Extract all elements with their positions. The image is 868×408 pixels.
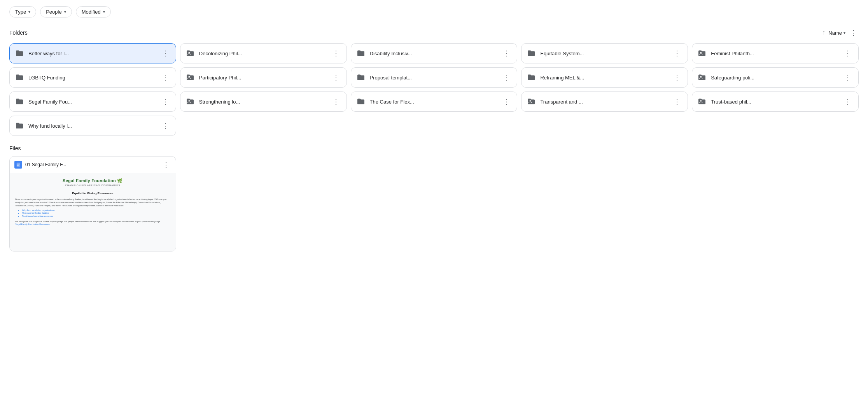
folder-icon: [15, 121, 24, 130]
folder-item-left: Participatory Phil...: [186, 73, 241, 82]
svg-point-6: [700, 100, 702, 102]
people-chevron-icon: ▾: [64, 10, 66, 14]
folder-item[interactable]: Trust-based phil...⋮: [692, 91, 859, 112]
file-more-options-btn[interactable]: ⋮: [161, 160, 171, 170]
sort-arrow-icon[interactable]: ↑: [822, 29, 825, 36]
folder-more-options-btn[interactable]: ⋮: [843, 97, 853, 107]
folder-name: Why fund locally l...: [28, 123, 72, 129]
folder-more-options-btn[interactable]: ⋮: [160, 48, 170, 58]
files-section: Files 01 Segal Family F...⋮ Segal Family…: [9, 145, 859, 251]
folder-more-options-btn[interactable]: ⋮: [160, 121, 170, 131]
folder-more-options-btn[interactable]: ⋮: [843, 48, 853, 58]
folder-more-options-btn[interactable]: ⋮: [160, 97, 170, 107]
preview-logo: Segal Family Foundation 🌿 CHAMPIONING AF…: [15, 178, 170, 187]
folder-name: Participatory Phil...: [199, 75, 241, 81]
file-preview: Segal Family Foundation 🌿 CHAMPIONING AF…: [10, 173, 176, 251]
folder-item-left: Better ways for l...: [15, 49, 69, 58]
folder-item[interactable]: The Case for Flex...⋮: [351, 91, 518, 112]
svg-rect-8: [17, 164, 20, 164]
folder-item[interactable]: Strengthening lo...⋮: [180, 91, 347, 112]
folders-more-options-btn[interactable]: ⋮: [849, 27, 859, 39]
folder-more-options-btn[interactable]: ⋮: [501, 72, 511, 83]
sort-name-chevron-icon: ▾: [844, 31, 845, 35]
folder-more-options-btn[interactable]: ⋮: [672, 97, 682, 107]
folder-item[interactable]: Decolonizing Phil...⋮: [180, 43, 347, 63]
folder-icon: [357, 49, 365, 58]
modified-chevron-icon: ▾: [103, 10, 105, 14]
people-filter[interactable]: People ▾: [40, 6, 72, 18]
folder-item[interactable]: Better ways for l...⋮: [9, 43, 176, 63]
preview-body: Does someone in your organization need t…: [15, 198, 170, 208]
folder-item-left: The Case for Flex...: [357, 97, 414, 106]
filter-bar: Type ▾ People ▾ Modified ▾: [9, 6, 859, 18]
type-filter[interactable]: Type ▾: [9, 6, 36, 18]
folder-item[interactable]: LGBTQ Funding⋮: [9, 67, 176, 88]
folder-icon: [15, 97, 24, 106]
folder-more-options-btn[interactable]: ⋮: [331, 97, 341, 107]
folder-name: Equitable System...: [540, 51, 584, 56]
doc-file-icon: [14, 161, 22, 169]
shared-folder-icon: [186, 49, 194, 58]
svg-rect-10: [17, 165, 19, 166]
folders-section-header: Folders ↑ Name ▾ ⋮: [9, 27, 859, 39]
folder-more-options-btn[interactable]: ⋮: [672, 48, 682, 58]
folder-icon: [357, 97, 365, 106]
svg-point-0: [188, 52, 190, 53]
folder-item[interactable]: Transparent and ...⋮: [521, 91, 688, 112]
folder-more-options-btn[interactable]: ⋮: [501, 97, 511, 107]
folder-more-options-btn[interactable]: ⋮: [501, 48, 511, 58]
folder-more-options-btn[interactable]: ⋮: [672, 72, 682, 83]
folder-name: The Case for Flex...: [370, 99, 414, 105]
file-card[interactable]: 01 Segal Family F...⋮ Segal Family Found…: [9, 156, 176, 251]
folder-item-left: Trust-based phil...: [698, 97, 751, 106]
folder-item-left: Safeguarding poli...: [698, 73, 754, 82]
files-grid: 01 Segal Family F...⋮ Segal Family Found…: [9, 156, 859, 251]
folder-item[interactable]: Feminist Philanth...⋮: [692, 43, 859, 63]
folder-icon: [15, 73, 24, 82]
folder-item[interactable]: Safeguarding poli...⋮: [692, 67, 859, 88]
svg-point-5: [530, 100, 531, 102]
folder-item-left: Why fund locally l...: [15, 121, 72, 130]
folder-more-options-btn[interactable]: ⋮: [843, 72, 853, 83]
folder-item[interactable]: Disability Inclusiv...⋮: [351, 43, 518, 63]
folder-name: LGBTQ Funding: [28, 75, 65, 81]
svg-point-4: [188, 100, 190, 102]
folder-item[interactable]: Participatory Phil...⋮: [180, 67, 347, 88]
folder-name: Strengthening lo...: [199, 99, 240, 105]
shared-folder-icon: [186, 73, 194, 82]
file-name: 01 Segal Family F...: [25, 162, 66, 167]
folder-item-left: Feminist Philanth...: [698, 49, 754, 58]
files-title: Files: [9, 145, 21, 151]
svg-point-2: [188, 76, 190, 77]
folder-item-left: LGBTQ Funding: [15, 73, 65, 82]
folder-item[interactable]: Equitable System...⋮: [521, 43, 688, 63]
preview-logo-sub: CHAMPIONING AFRICAN VISIONARIES: [65, 184, 121, 187]
folder-more-options-btn[interactable]: ⋮: [331, 72, 341, 83]
folder-item[interactable]: Reframing MEL &...⋮: [521, 67, 688, 88]
folder-item-left: Reframing MEL &...: [527, 73, 584, 82]
folder-grid: Better ways for l...⋮ Decolonizing Phil.…: [9, 43, 859, 136]
type-chevron-icon: ▾: [28, 10, 30, 14]
file-card-title: 01 Segal Family F...: [14, 161, 66, 169]
folder-item[interactable]: Segal Family Fou...⋮: [9, 91, 176, 112]
svg-point-3: [700, 76, 702, 77]
folder-item-left: Equitable System...: [527, 49, 584, 58]
preview-footer-link: Segal Family Foundation Resources: [15, 223, 170, 226]
folder-name: Transparent and ...: [540, 99, 583, 105]
preview-logo-text: Segal Family Foundation 🌿: [63, 178, 123, 184]
shared-folder-icon: [698, 73, 706, 82]
folder-icon: [527, 73, 536, 82]
folder-more-options-btn[interactable]: ⋮: [160, 72, 170, 83]
folder-name: Feminist Philanth...: [711, 51, 754, 56]
preview-bullet: The case for flexible funding: [22, 212, 170, 215]
shared-folder-icon: [527, 97, 536, 106]
folder-item[interactable]: Proposal templat...⋮: [351, 67, 518, 88]
files-section-header: Files: [9, 145, 859, 151]
sort-name-btn[interactable]: Name ▾: [828, 30, 845, 36]
modified-filter[interactable]: Modified ▾: [76, 6, 111, 18]
folder-icon: [357, 73, 365, 82]
folders-title: Folders: [9, 30, 28, 36]
folder-item[interactable]: Why fund locally l...⋮: [9, 116, 176, 136]
folder-icon: [527, 49, 536, 58]
folder-more-options-btn[interactable]: ⋮: [331, 48, 341, 58]
